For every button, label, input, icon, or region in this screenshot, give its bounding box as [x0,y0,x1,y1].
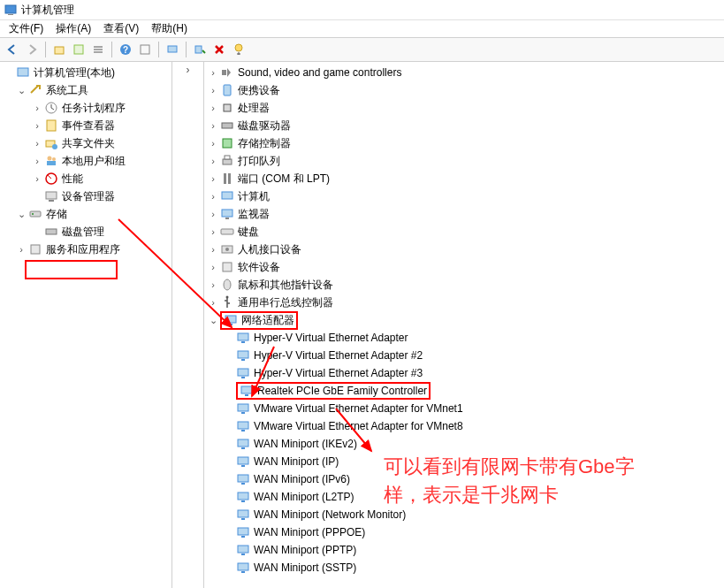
category-item[interactable]: ›处理器 [204,99,724,117]
group-system-tools[interactable]: ⌄ 系统工具 [0,81,171,99]
chevron-right-icon[interactable]: › [206,120,220,131]
category-item[interactable]: ›便携设备 [204,81,724,99]
adapter-item[interactable]: Hyper-V Virtual Ethernet Adapter #2 [204,347,724,364]
chevron-right-icon[interactable]: › [14,244,28,255]
chevron-right-icon[interactable]: › [206,244,220,255]
category-network-adapters[interactable]: ⌄ 网络适配器 [204,311,724,329]
refresh-button[interactable] [136,41,154,58]
svg-rect-0 [5,5,16,13]
menu-help[interactable]: 帮助(H) [146,19,193,38]
item-task-scheduler[interactable]: ›任务计划程序 [0,99,171,117]
category-label: 存储控制器 [238,136,291,151]
svg-rect-61 [241,447,245,449]
adapter-item[interactable]: WAN Miniport (SSTP) [204,559,724,577]
chevron-right-icon[interactable]: › [206,279,220,290]
item-disk-mgmt[interactable]: 磁盘管理 [0,223,171,241]
chevron-right-icon[interactable]: › [206,262,220,272]
item-performance[interactable]: ›性能 [0,170,171,187]
chevron-right-icon[interactable]: › [30,120,44,131]
category-item[interactable]: ›端口 (COM 和 LPT) [204,170,724,187]
more-button[interactable] [230,41,248,58]
category-item[interactable]: ›Sound, video and game controllers [204,64,724,81]
clock-icon [44,101,58,115]
forward-button[interactable] [23,41,41,58]
chevron-down-icon[interactable]: ⌄ [14,209,28,220]
svg-rect-48 [238,333,248,340]
chevron-down-icon[interactable]: ⌄ [206,315,220,326]
chevron-right-icon[interactable]: › [206,209,220,219]
svg-rect-58 [238,422,248,429]
usb-icon [220,295,234,309]
adapter-item[interactable]: WAN Miniport (IPv6) [204,470,724,488]
category-item[interactable]: ›人机接口设备 [204,241,724,258]
category-item[interactable]: ›监视器 [204,205,724,223]
menu-file[interactable]: 文件(F) [4,19,49,38]
category-item[interactable]: ›计算机 [204,187,724,205]
category-item[interactable]: ›存储控制器 [204,134,724,152]
chevron-right-icon[interactable]: › [206,173,220,184]
back-button[interactable] [4,41,21,58]
adapter-label: WAN Miniport (IPv6) [254,473,350,485]
monitor-button[interactable] [164,41,181,58]
chevron-right-icon[interactable]: › [206,67,220,78]
adapter-item[interactable]: VMware Virtual Ethernet Adapter for VMne… [204,417,724,435]
chevron-right-icon[interactable]: › [206,85,220,95]
group-storage[interactable]: ⌄ 存储 [0,205,171,223]
svg-rect-62 [238,457,248,464]
adapter-label: VMware Virtual Ethernet Adapter for VMne… [254,402,463,415]
svg-rect-49 [241,341,245,343]
category-item[interactable]: ›软件设备 [204,258,724,276]
chevron-right-icon[interactable]: › [206,297,220,308]
adapter-item[interactable]: WAN Miniport (Network Monitor) [204,506,724,523]
adapter-item[interactable]: WAN Miniport (L2TP) [204,488,724,506]
chevron-right-icon[interactable]: › [206,156,220,166]
chevron-right-icon[interactable]: › [30,138,44,149]
chevron-right-icon[interactable]: › [206,103,220,113]
chevron-right-icon[interactable]: › [206,138,220,149]
remove-button[interactable] [210,41,228,58]
adapter-item[interactable]: VMware Virtual Ethernet Adapter for VMne… [204,400,724,417]
diskdrive-icon [220,118,234,133]
category-item[interactable]: ›打印队列 [204,152,724,170]
chevron-right-icon[interactable]: › [206,191,220,202]
adapter-label: Hyper-V Virtual Ethernet Adapter #2 [254,349,423,362]
svg-rect-51 [241,359,245,361]
category-item[interactable]: ›键盘 [204,223,724,241]
item-device-manager[interactable]: 设备管理器 [0,187,171,205]
svg-rect-20 [47,161,56,165]
category-item[interactable]: ›磁盘驱动器 [204,117,724,134]
adapter-item[interactable]: WAN Miniport (IKEv2) [204,435,724,453]
item-shared-folders[interactable]: ›共享文件夹 [0,134,171,152]
properties-button[interactable] [70,41,88,58]
svg-rect-53 [241,377,245,378]
chevron-down-icon[interactable]: ⌄ [14,85,28,96]
chevron-right-icon[interactable]: › [206,226,220,237]
network-icon [224,313,238,327]
svg-rect-2 [55,47,64,54]
adapter-item[interactable]: WAN Miniport (PPTP) [204,541,724,559]
menu-action[interactable]: 操作(A) [50,19,96,38]
adapter-item[interactable]: WAN Miniport (PPPOE) [204,523,724,541]
adapter-item[interactable]: Realtek PCIe GbE Family Controller [204,382,724,400]
menu-view[interactable]: 查看(V) [98,19,144,38]
up-button[interactable] [50,41,68,58]
chevron-right-icon[interactable]: › [30,103,44,113]
category-item[interactable]: ›通用串行总线控制器 [204,294,724,311]
chevron-right-icon[interactable]: › [30,156,44,166]
item-local-users[interactable]: ›本地用户和组 [0,152,171,170]
help-button[interactable]: ? [117,41,134,58]
tree-toggle[interactable]: › [172,64,203,76]
adapter-item[interactable]: WAN Miniport (IP) [204,453,724,470]
group-services[interactable]: › 服务和应用程序 [0,241,171,258]
svg-point-17 [52,144,57,149]
svg-point-19 [52,157,56,161]
list-button[interactable] [89,41,107,58]
root-node[interactable]: 计算机管理(本地) [0,64,171,81]
nic-icon [236,561,250,575]
category-item[interactable]: ›鼠标和其他指针设备 [204,276,724,294]
item-event-viewer[interactable]: ›事件查看器 [0,117,171,134]
adapter-item[interactable]: Hyper-V Virtual Ethernet Adapter [204,329,724,347]
chevron-right-icon[interactable]: › [30,173,44,184]
scan-button[interactable] [191,41,209,58]
adapter-item[interactable]: Hyper-V Virtual Ethernet Adapter #3 [204,364,724,382]
